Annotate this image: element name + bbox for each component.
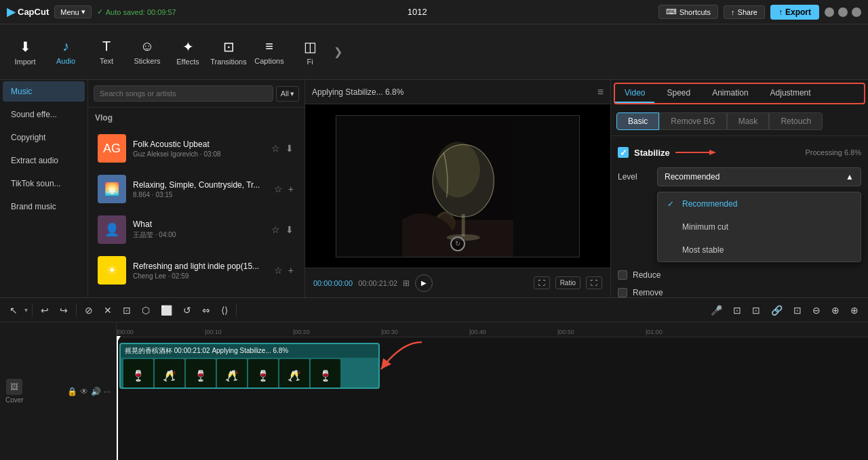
sidebar-item-music[interactable]: Music: [3, 81, 85, 102]
rotate-button[interactable]: ↺: [179, 302, 195, 318]
add-button-4[interactable]: +: [287, 264, 295, 277]
fit-button[interactable]: ⛶: [534, 276, 550, 289]
zoom-out-button[interactable]: ⊖: [808, 302, 825, 318]
favorite-button-1[interactable]: ☆: [270, 142, 281, 155]
grid-icon[interactable]: ⊞: [403, 278, 410, 288]
ratio-button[interactable]: Ratio: [555, 276, 580, 289]
sidebar-item-tiktok-sound[interactable]: TikTok soun...: [3, 173, 85, 194]
music-panel: All ▾ Vlog AG Folk Acoustic Upbeat Guz A…: [88, 80, 305, 297]
filter-button[interactable]: All ▾: [276, 86, 299, 102]
list-item[interactable]: 🌅 Relaxing, Simple, Countryside, Tr... 8…: [91, 169, 302, 209]
list-item[interactable]: 👤 What 王晶莹 · 04:00 ☆ ⬇: [91, 210, 302, 249]
maximize-button[interactable]: [838, 7, 848, 17]
sidebar-item-sound-effects[interactable]: Sound effe...: [3, 104, 85, 125]
delete-button[interactable]: ✕: [100, 302, 116, 318]
toolbar-fi[interactable]: ◫ Fi: [290, 29, 330, 75]
tab-speed[interactable]: Speed: [657, 84, 700, 103]
flip-button[interactable]: ⇔: [198, 302, 214, 318]
crop-button[interactable]: ⊡: [119, 302, 135, 318]
add-button-2[interactable]: +: [287, 182, 295, 196]
toolbar-effects[interactable]: ✦ Effects: [168, 29, 208, 75]
menu-chevron: ▾: [81, 7, 85, 16]
tab-animation[interactable]: Animation: [703, 84, 757, 103]
select-dropdown[interactable]: ▾: [24, 306, 28, 314]
ruler-mark-2: |00:20: [293, 329, 310, 335]
toolbar-transitions[interactable]: ⊡ Transitions: [209, 29, 248, 75]
toolbar-import[interactable]: ⬇ Import: [5, 29, 45, 75]
level-row: Level Recommended ▲ ✓ Recommended Minimu…: [618, 167, 861, 186]
menu-button[interactable]: Menu ▾: [54, 5, 92, 18]
minimize-button[interactable]: [825, 7, 834, 17]
download-button-3[interactable]: ⬇: [284, 223, 295, 236]
sep-2: [76, 304, 77, 317]
audio-mute-button[interactable]: 🔊: [91, 387, 101, 396]
dropdown-item-recommended[interactable]: ✓ Recommended: [658, 192, 861, 215]
sidebar-item-brand-music[interactable]: Brand music: [3, 196, 85, 217]
subtab-retouch[interactable]: Retouch: [769, 112, 823, 130]
subtab-remove-bg[interactable]: Remove BG: [659, 112, 726, 130]
svg-point-5: [435, 142, 480, 197]
capcut-logo: ▶ CapCut: [7, 5, 49, 18]
dropdown-item-most-stable[interactable]: Most stable: [658, 238, 861, 262]
music-meta-4: Cheng Lee · 02:59: [133, 272, 266, 280]
music-thumb-3: 👤: [98, 215, 126, 244]
fullscreen-button[interactable]: ⛶: [586, 276, 602, 289]
list-item[interactable]: AG Folk Acoustic Upbeat Guz Aleksei Igor…: [91, 129, 302, 168]
visibility-button[interactable]: 👁: [80, 387, 88, 396]
lock-button[interactable]: 🔒: [67, 387, 77, 396]
favorite-button-3[interactable]: ☆: [270, 223, 281, 236]
toolbar-more-button[interactable]: ❯: [331, 43, 345, 61]
level-dropdown[interactable]: Recommended ▲: [657, 167, 861, 186]
toolbar-text-label: Text: [100, 57, 113, 65]
sidebar-item-extract-audio[interactable]: Extract audio: [3, 150, 85, 171]
align-button[interactable]: ⊡: [789, 302, 806, 318]
share-button[interactable]: ↑ Share: [724, 5, 765, 19]
favorite-button-2[interactable]: ☆: [273, 182, 284, 196]
playhead-indicator: [117, 336, 121, 343]
tab-adjustment[interactable]: Adjustment: [761, 84, 821, 103]
select-tool[interactable]: ↖: [5, 302, 22, 318]
track-label: 🖼 Cover 🔒 👁 🔊 ···: [0, 322, 116, 460]
reduce-checkbox[interactable]: [618, 270, 627, 280]
dropdown-item-minimum-cut[interactable]: Minimum cut: [658, 215, 861, 238]
export-label: Export: [785, 7, 811, 17]
fit-timeline-button[interactable]: ⊕: [846, 302, 863, 318]
link-button[interactable]: 🔗: [767, 302, 787, 318]
track-more-button[interactable]: ···: [104, 387, 111, 396]
close-button[interactable]: [852, 7, 861, 17]
mic-button[interactable]: 🎤: [707, 302, 726, 318]
mirror-button[interactable]: ⟨⟩: [217, 302, 232, 318]
preview-menu-icon[interactable]: ≡: [597, 86, 604, 98]
list-item[interactable]: ☀ Refreshing and light indie pop(15... C…: [91, 251, 302, 290]
export-button[interactable]: ↑ Export: [770, 5, 819, 20]
remove-checkbox[interactable]: [618, 288, 627, 297]
rotation-handle[interactable]: ↻: [450, 236, 465, 251]
group-button[interactable]: ⬜: [157, 302, 176, 318]
timeline-sidebar: 🖼 Cover 🔒 👁 🔊 ···: [0, 322, 117, 460]
copyright-label: Copyright: [11, 133, 45, 142]
split-button[interactable]: ⊘: [81, 302, 97, 318]
undo-button[interactable]: ↩: [37, 302, 53, 318]
tab-video[interactable]: Video: [615, 84, 654, 103]
subtab-mask[interactable]: Mask: [727, 112, 770, 130]
snap-button[interactable]: ⊡: [748, 302, 764, 318]
toolbar-text[interactable]: T Text: [87, 29, 126, 75]
stabilize-checkbox[interactable]: ✓: [618, 147, 629, 158]
redo-button[interactable]: ↪: [56, 302, 72, 318]
search-input[interactable]: [94, 85, 273, 102]
toolbar-captions[interactable]: ≡ Captions: [250, 29, 289, 75]
freeze-button[interactable]: ⬡: [138, 302, 154, 318]
download-button-1[interactable]: ⬇: [284, 142, 295, 155]
play-button[interactable]: ▶: [415, 274, 433, 292]
music-title-1: Folk Acoustic Upbeat: [133, 140, 263, 149]
shortcuts-button[interactable]: ⌨ Shortcuts: [658, 5, 718, 19]
cover-button[interactable]: 🖼 Cover: [5, 379, 24, 404]
zoom-in-button[interactable]: ⊕: [827, 302, 844, 318]
subtab-basic[interactable]: Basic: [616, 112, 659, 130]
video-clip[interactable]: 摇晃的香槟酒杯 00:00:21:02 Applying Stabilize..…: [119, 343, 380, 389]
sidebar-item-copyright[interactable]: Copyright: [3, 127, 85, 148]
add-track-button[interactable]: ⊡: [729, 302, 745, 318]
toolbar-audio[interactable]: ♪ Audio: [46, 29, 85, 75]
favorite-button-4[interactable]: ☆: [273, 264, 284, 277]
toolbar-stickers[interactable]: ☺ Stickers: [127, 29, 167, 75]
